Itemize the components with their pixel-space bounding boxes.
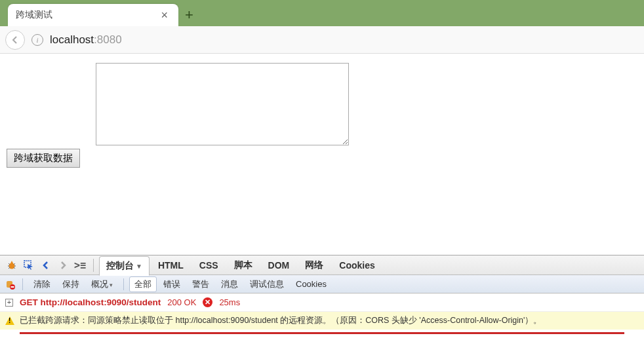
subtab-clear[interactable]: 清除: [28, 276, 56, 292]
tab-cookies[interactable]: Cookies: [332, 256, 382, 274]
tab-network[interactable]: 网络: [298, 255, 331, 275]
devtools-toolbar: >≡ 控制台▼ HTML CSS 脚本 DOM 网络 Cookies: [0, 255, 644, 275]
toolbar-separator: [93, 259, 94, 272]
tab-title: 跨域测试: [16, 9, 158, 21]
svg-line-4: [14, 263, 15, 265]
tab-console-label: 控制台: [106, 260, 134, 271]
devtools-subtoolbar: 清除 保持 概况▾ 全部 错误 警告 消息 调试信息 Cookies: [0, 275, 644, 293]
request-status: 200 OK: [167, 297, 196, 307]
close-tab-icon[interactable]: ×: [158, 9, 171, 22]
subtab-all[interactable]: 全部: [129, 276, 157, 292]
tab-console[interactable]: 控制台▼: [99, 256, 150, 276]
expand-icon[interactable]: +: [5, 299, 13, 307]
subtab-persist[interactable]: 保持: [57, 276, 85, 292]
devtools-panel: >≡ 控制台▼ HTML CSS 脚本 DOM 网络 Cookies 清除 保持…: [0, 255, 644, 359]
network-request-row[interactable]: + GET http://localhost:9090/student 200 …: [0, 293, 644, 312]
address-bar: i localhost:8080: [0, 26, 644, 54]
result-textarea[interactable]: [96, 63, 349, 145]
tab-dom[interactable]: DOM: [261, 256, 297, 274]
svg-point-0: [9, 263, 15, 269]
tab-html[interactable]: HTML: [151, 256, 191, 274]
command-line-icon[interactable]: >≡: [72, 257, 88, 273]
svg-rect-10: [11, 286, 14, 288]
history-back-icon[interactable]: [38, 257, 54, 273]
svg-line-5: [9, 267, 10, 269]
subtab-profile-label: 概况: [91, 279, 108, 289]
subtab-profile[interactable]: 概况▾: [86, 276, 118, 292]
sub-separator: [22, 278, 23, 290]
subtab-debug[interactable]: 调试信息: [245, 276, 289, 292]
url-display[interactable]: localhost:8080: [50, 33, 122, 47]
chevron-down-icon: ▼: [136, 263, 142, 270]
warning-icon: [5, 316, 14, 325]
subtab-errors[interactable]: 错误: [158, 276, 186, 292]
inspect-icon[interactable]: [21, 257, 37, 273]
url-host: localhost: [50, 33, 94, 46]
break-on-error-icon[interactable]: [4, 278, 17, 291]
tab-script[interactable]: 脚本: [227, 255, 260, 275]
console-output: + GET http://localhost:9090/student 200 …: [0, 293, 644, 359]
arrow-left-icon: [10, 35, 20, 45]
subtab-info[interactable]: 消息: [216, 276, 243, 292]
error-badge-icon: ✕: [203, 297, 212, 307]
url-port: :8080: [94, 33, 122, 46]
browser-tab[interactable]: 跨域测试 ×: [8, 4, 178, 26]
error-underline: [20, 332, 624, 334]
history-forward-icon[interactable]: [55, 257, 71, 273]
sub-separator: [123, 278, 124, 290]
warning-message: 已拦截跨源请求：同源策略禁止读取位于 http://localhost:9090…: [20, 315, 542, 326]
chevron-down-icon: ▾: [110, 282, 113, 288]
subtab-warnings[interactable]: 警告: [187, 276, 214, 292]
subtab-cookies[interactable]: Cookies: [291, 277, 332, 291]
tab-strip: 跨域测试 × +: [0, 0, 644, 26]
tab-css[interactable]: CSS: [192, 256, 226, 274]
console-warning-row: 已拦截跨源请求：同源策略禁止读取位于 http://localhost:9090…: [0, 312, 644, 330]
back-button[interactable]: [5, 30, 25, 50]
svg-line-3: [9, 263, 10, 265]
firebug-icon[interactable]: [4, 257, 20, 273]
new-tab-button[interactable]: +: [185, 7, 193, 24]
request-url: GET http://localhost:9090/student: [20, 297, 161, 307]
site-info-icon[interactable]: i: [31, 34, 43, 46]
svg-line-6: [14, 267, 15, 269]
page-body: 跨域获取数据: [0, 54, 644, 237]
request-time: 25ms: [219, 297, 240, 307]
fetch-cors-button[interactable]: 跨域获取数据: [7, 149, 80, 168]
